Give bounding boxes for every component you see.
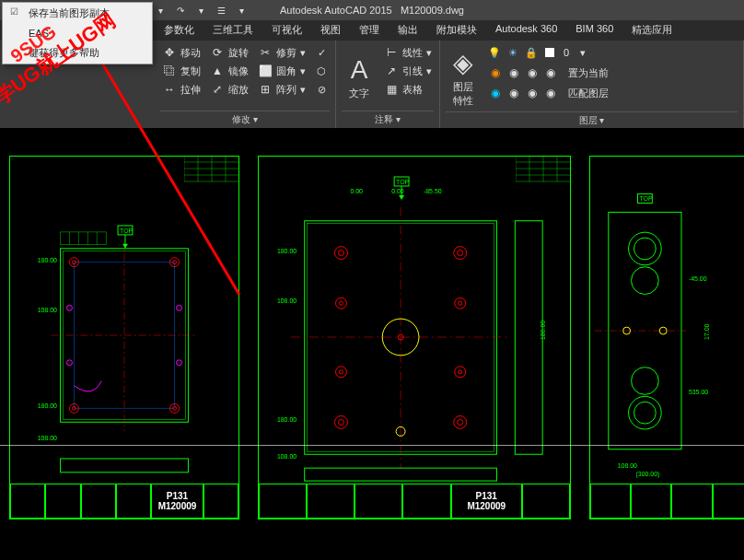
svg-point-50	[336, 298, 347, 309]
sheet2-grid	[516, 156, 571, 183]
tab-visualize[interactable]: 可视化	[262, 20, 311, 41]
menu-save-copy[interactable]: 保存当前图形副本	[3, 3, 152, 24]
menu-eas[interactable]: EAS	[3, 24, 152, 42]
svg-text:180.00: 180.00	[540, 321, 546, 340]
match-layer-button[interactable]: ◉◉◉◉ 匹配图层	[486, 85, 610, 101]
bulb-icon[interactable]: 💡	[486, 44, 503, 61]
svg-point-46	[335, 415, 348, 428]
svg-text:17.00: 17.00	[703, 324, 710, 340]
linear-button[interactable]: ⊢线性 ▾	[382, 44, 434, 61]
svg-text:0.00: 0.00	[350, 188, 363, 194]
svg-text:535.00: 535.00	[689, 389, 708, 395]
array-button[interactable]: ⊞阵列 ▾	[256, 81, 308, 98]
svg-text:(300.00): (300.00)	[636, 471, 660, 478]
svg-rect-59	[515, 221, 542, 455]
svg-point-55	[339, 370, 343, 374]
text-button[interactable]: A 文字	[342, 44, 377, 111]
table-button[interactable]: ▦表格	[382, 81, 434, 98]
svg-point-76	[634, 238, 657, 260]
layer-0[interactable]: 0	[560, 44, 573, 61]
panel-annotation: A 文字 ⊢线性 ▾ ↗引线 ▾ ▦表格 注释 ▾	[336, 41, 440, 128]
tab-addins[interactable]: 附加模块	[427, 20, 486, 41]
svg-point-15	[177, 305, 182, 310]
undo-dropdown[interactable]: ▾	[151, 2, 169, 18]
tab-view[interactable]: 视图	[311, 20, 350, 41]
svg-point-77	[632, 267, 659, 295]
color-swatch[interactable]	[545, 48, 554, 57]
make-current-button[interactable]: ◉◉◉◉ 置为当前	[486, 64, 610, 81]
window-title: Autodesk AutoCAD 2015 M120009.dwg	[280, 5, 464, 16]
svg-point-53	[459, 301, 462, 305]
svg-text:TOP: TOP	[396, 179, 410, 185]
table-icon: ▦	[384, 82, 399, 97]
rotate-button[interactable]: ⟳旋转	[208, 44, 250, 61]
text-icon: A	[351, 55, 368, 85]
mirror-button[interactable]: ▲镜像	[208, 63, 250, 79]
copy-button[interactable]: ⿻复制	[160, 63, 203, 79]
sun-icon[interactable]: ☀	[505, 44, 521, 61]
sheet1-grid	[184, 156, 239, 183]
svg-text:0.00: 0.00	[391, 188, 404, 194]
svg-point-79	[629, 396, 662, 429]
svg-point-16	[67, 360, 73, 366]
svg-text:108.00: 108.00	[38, 435, 57, 441]
svg-rect-30	[61, 459, 189, 472]
svg-point-49	[458, 419, 463, 425]
svg-text:180.00: 180.00	[277, 248, 296, 254]
svg-text:TOP: TOP	[120, 228, 134, 234]
sheet-2: 180.00 180.00 108.00 180.00 108.00 0.00 …	[259, 157, 570, 519]
svg-marker-71	[399, 195, 404, 200]
svg-text:108.00: 108.00	[38, 307, 57, 313]
tab-featured[interactable]: 精选应用	[622, 20, 681, 41]
tab-parametric[interactable]: 参数化	[155, 20, 203, 41]
menu-more-help[interactable]: 键获得更多帮助	[3, 42, 152, 64]
crosshair-h	[0, 445, 744, 446]
svg-text:TOP: TOP	[639, 195, 652, 202]
leader-button[interactable]: ↗引线 ▾	[382, 63, 434, 79]
svg-point-52	[455, 298, 466, 309]
qat-more[interactable]: ☰	[212, 2, 230, 18]
sheet-1: TOP 180.00 108.00 180.00 108.00	[10, 157, 238, 519]
fillet-icon: ⬜	[258, 64, 273, 78]
redo-dropdown[interactable]: ▾	[192, 2, 210, 18]
title-block-2: P131M120009	[259, 484, 570, 519]
svg-point-80	[634, 402, 657, 424]
redo-icon[interactable]: ↷	[171, 2, 190, 18]
tab-manage[interactable]: 管理	[350, 20, 389, 41]
array-icon: ⊞	[258, 82, 273, 97]
title-block-3	[590, 484, 744, 519]
tab-3dtools[interactable]: 三维工具	[203, 20, 262, 41]
extra-icon-2[interactable]: ⬡	[313, 63, 330, 79]
panel-modify: ✥移动 ⿻复制 ↔拉伸 ⟳旋转 ▲镜像 ⤢缩放 ✂修剪 ▾ ⬜圆角 ▾ ⊞阵列 …	[155, 41, 336, 128]
stretch-button[interactable]: ↔拉伸	[160, 81, 203, 98]
svg-rect-31	[61, 232, 107, 245]
lock-icon[interactable]: 🔒	[523, 44, 540, 61]
scale-button[interactable]: ⤢缩放	[208, 81, 250, 98]
qat-dropdown[interactable]: ▾	[232, 2, 250, 18]
tab-output[interactable]: 输出	[389, 20, 427, 41]
rotate-icon: ⟳	[210, 45, 225, 60]
move-button[interactable]: ✥移动	[160, 44, 203, 61]
trim-button[interactable]: ✂修剪 ▾	[256, 44, 308, 61]
tab-a360[interactable]: Autodesk 360	[486, 20, 566, 41]
layer-dropdown[interactable]: ▾	[575, 44, 591, 61]
fillet-button[interactable]: ⬜圆角 ▾	[256, 63, 308, 79]
drawing-canvas[interactable]: TOP 180.00 108.00 180.00 108.00 P131M120…	[0, 128, 744, 560]
panel-layers: ◈ 图层 特性 💡 ☀ 🔒 0 ▾ ◉◉◉◉ 置为当前 ◉◉◉◉ 匹配图层 图层…	[440, 41, 744, 128]
move-icon: ✥	[162, 45, 177, 60]
svg-text:108.00: 108.00	[277, 298, 296, 304]
extra-icon-3[interactable]: ⊘	[313, 81, 330, 98]
layer-props-button[interactable]: ◈ 图层 特性	[446, 44, 481, 111]
svg-point-51	[339, 301, 343, 305]
panel-modify-title: 修改 ▾	[160, 111, 330, 128]
svg-point-44	[454, 247, 467, 260]
tab-bim360[interactable]: BIM 360	[566, 20, 622, 41]
svg-text:108.00: 108.00	[618, 462, 637, 469]
title-block-1: P131M120009	[10, 484, 238, 519]
extra-icon-1[interactable]: ✓	[313, 44, 330, 61]
svg-point-57	[459, 370, 462, 374]
svg-point-78	[632, 368, 659, 395]
svg-marker-25	[122, 244, 128, 249]
panel-annotation-title: 注释 ▾	[342, 111, 434, 128]
svg-point-42	[335, 247, 348, 260]
